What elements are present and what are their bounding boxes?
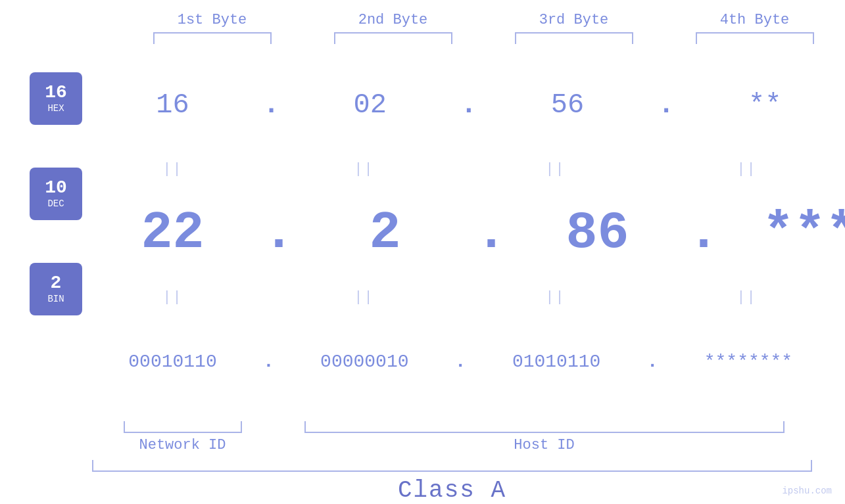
eq1-text2: ||	[354, 161, 374, 177]
network-id-label: Network ID	[139, 437, 226, 453]
host-bracket-wrap	[273, 421, 815, 433]
values-grid: 16 . 02 . 56 . ** || ||	[82, 51, 845, 416]
bin-byte2-value: 00000010	[320, 352, 408, 372]
eq2-cell4: ||	[656, 289, 837, 306]
dec-byte4-value: ***	[763, 203, 845, 263]
eq1-cell2: ||	[274, 161, 454, 177]
byte-headers: 1st Byte 2nd Byte 3rd Byte 4th Byte	[0, 0, 845, 28]
bracket-byte2	[302, 32, 483, 44]
dec-byte3-value: 86	[566, 203, 629, 263]
dec-byte1-value: 22	[141, 203, 204, 263]
bin-row: 00010110 . 00000010 . 01010110 . *******…	[82, 308, 845, 416]
hex-dot2: .	[460, 89, 477, 121]
byte2-header: 2nd Byte	[302, 12, 483, 28]
bin-byte1-cell: 00010110	[82, 352, 263, 372]
dec-byte2-cell: 2	[295, 203, 475, 263]
hex-dot3: .	[658, 89, 674, 121]
bottom-section: Network ID Host ID	[0, 421, 845, 453]
bin-byte2-cell: 00000010	[274, 352, 455, 372]
bin-dot1: .	[263, 352, 274, 372]
bin-byte4-cell: ********	[658, 352, 838, 372]
bottom-bracket-row	[92, 421, 845, 433]
top-brackets	[0, 32, 845, 44]
bin-badge-base: BIN	[47, 294, 64, 304]
dec-row: 22 . 2 . 86 . ***	[82, 179, 845, 287]
byte3-header: 3rd Byte	[483, 12, 664, 28]
dec-dot2: .	[475, 203, 507, 263]
bracket-byte1	[122, 32, 302, 44]
watermark: ipshu.com	[782, 486, 832, 496]
bin-byte4-value: ********	[704, 352, 792, 372]
eq1-text4: ||	[736, 161, 756, 177]
class-label: Class A	[398, 477, 506, 504]
class-section: Class A	[0, 460, 845, 504]
net-bracket-wrap	[92, 421, 273, 433]
hex-badge-num: 16	[45, 83, 67, 102]
byte1-header: 1st Byte	[122, 12, 302, 28]
net-bracket	[124, 421, 242, 433]
hex-byte2-value: 02	[354, 89, 387, 121]
hex-byte1-value: 16	[156, 89, 189, 121]
equals-row-2: || || || ||	[82, 288, 845, 308]
hex-dot1: .	[263, 89, 279, 121]
host-id-label: Host ID	[514, 437, 574, 453]
bracket-line-2	[334, 32, 452, 44]
equals-row-1: || || || ||	[82, 159, 845, 179]
eq2-cell1: ||	[82, 289, 263, 306]
bottom-labels: Network ID Host ID	[92, 437, 845, 453]
dec-byte1-cell: 22	[82, 203, 263, 263]
bin-byte1-value: 00010110	[128, 352, 216, 372]
hex-badge: 16 HEX	[30, 72, 82, 125]
bracket-byte4	[664, 32, 845, 44]
host-bracket	[304, 421, 785, 433]
bin-byte3-cell: 01010110	[466, 352, 647, 372]
hex-byte1-cell: 16	[82, 89, 263, 121]
dec-badge-num: 10	[45, 179, 67, 197]
host-label-wrap: Host ID	[273, 437, 815, 453]
byte4-header: 4th Byte	[664, 12, 845, 28]
hex-byte3-cell: 56	[477, 89, 658, 121]
bracket-line-4	[696, 32, 814, 44]
bin-badge-num: 2	[51, 274, 62, 292]
class-bracket	[92, 460, 812, 472]
net-label-wrap: Network ID	[92, 437, 273, 453]
eq1-text1: ||	[162, 161, 182, 177]
dec-byte4-cell: ***	[719, 203, 845, 263]
hex-byte2-cell: 02	[279, 89, 460, 121]
dec-dot3: .	[688, 203, 719, 263]
dec-byte3-cell: 86	[507, 203, 688, 263]
dec-byte2-value: 2	[370, 203, 401, 263]
labels-column: 16 HEX 10 DEC 2 BIN	[30, 51, 82, 416]
bracket-line-3	[515, 32, 633, 44]
dec-badge: 10 DEC	[30, 168, 82, 220]
eq2-text3: ||	[545, 289, 565, 306]
eq1-cell4: ||	[656, 161, 837, 177]
hex-badge-base: HEX	[47, 103, 64, 114]
eq2-cell2: ||	[274, 289, 454, 306]
class-label-row: Class A	[92, 477, 812, 504]
eq1-cell3: ||	[465, 161, 646, 177]
hex-byte3-value: 56	[551, 89, 584, 121]
bracket-byte3	[483, 32, 664, 44]
hex-row: 16 . 02 . 56 . **	[82, 51, 845, 159]
dec-badge-base: DEC	[47, 198, 64, 209]
eq2-text2: ||	[354, 289, 374, 306]
bin-dot3: .	[647, 352, 658, 372]
eq1-text3: ||	[545, 161, 565, 177]
hex-byte4-cell: **	[675, 89, 845, 121]
hex-byte4-value: **	[748, 89, 781, 121]
bracket-line-1	[153, 32, 272, 44]
bin-badge: 2 BIN	[30, 263, 82, 315]
dec-dot1: .	[263, 203, 295, 263]
bin-byte3-value: 01010110	[512, 352, 600, 372]
eq2-text4: ||	[736, 289, 756, 306]
eq2-text1: ||	[162, 289, 182, 306]
bin-dot2: .	[455, 352, 466, 372]
eq2-cell3: ||	[465, 289, 646, 306]
eq1-cell1: ||	[82, 161, 263, 177]
main-container: 1st Byte 2nd Byte 3rd Byte 4th Byte 16 H…	[0, 0, 845, 504]
main-content: 16 HEX 10 DEC 2 BIN 16 . 02	[0, 51, 845, 416]
